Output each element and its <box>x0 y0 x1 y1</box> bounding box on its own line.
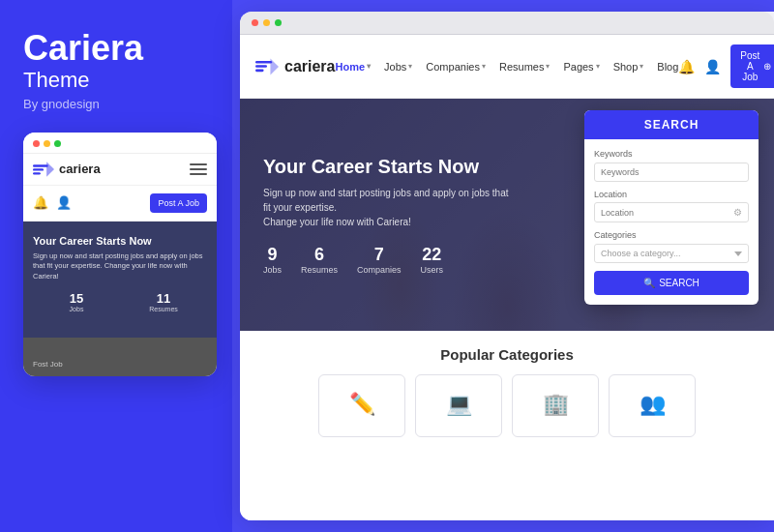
svg-marker-3 <box>46 162 54 177</box>
mobile-stat-resumes-num: 11 <box>120 291 207 306</box>
svg-rect-5 <box>255 65 267 68</box>
browser-chrome <box>240 12 774 35</box>
hero-section: Your Career Starts Now Sign up now and s… <box>240 99 774 331</box>
brand-title: Cariera <box>23 29 209 68</box>
nav-item-shop[interactable]: Shop ▾ <box>613 61 644 73</box>
location-label: Location <box>594 190 749 199</box>
hero-desc: Sign up now and start posting jobs and a… <box>263 186 515 229</box>
search-panel: SEARCH Keywords Location ⚙ Categ <box>584 110 759 305</box>
site-logo: cariera <box>255 58 336 75</box>
mobile-post-job-button[interactable]: Post A Job <box>150 193 207 213</box>
mobile-logo-text: cariera <box>59 162 101 176</box>
site-logo-text: cariera <box>284 58 336 75</box>
categories-label: Categories <box>594 230 749 240</box>
left-panel: Cariera Theme By gnodesign cariera <box>0 0 232 532</box>
svg-rect-4 <box>255 61 272 64</box>
hero-stat-companies-label: Companies <box>357 265 402 275</box>
location-icon: ⚙ <box>733 207 742 218</box>
category-card-1[interactable]: 💻 <box>415 374 502 437</box>
browser-dot-red <box>252 19 258 26</box>
hero-stat-companies-num: 7 <box>357 245 402 265</box>
mobile-icons: 🔔 👤 <box>33 195 72 210</box>
hero-stat-users: 22 Users <box>421 245 444 275</box>
nav-item-pages[interactable]: Pages ▾ <box>563 61 599 73</box>
mobile-stat-resumes: 11 Resumes <box>120 291 207 312</box>
mobile-logo: cariera <box>33 162 101 177</box>
mobile-stat-jobs-num: 15 <box>33 291 120 306</box>
hero-stat-jobs-num: 9 <box>263 245 282 265</box>
post-job-icon: ⊕ <box>763 61 771 72</box>
mobile-stat-jobs: 15 Jobs <box>33 291 120 312</box>
category-card-2[interactable]: 🏢 <box>512 374 599 437</box>
browser-dot-green <box>275 19 282 26</box>
search-panel-body: Keywords Location ⚙ Categories Choose <box>584 139 759 305</box>
mobile-logo-icon <box>33 162 54 177</box>
nav-item-jobs[interactable]: Jobs ▾ <box>384 61 412 73</box>
site-logo-icon <box>255 58 279 75</box>
user-icon[interactable]: 👤 <box>56 195 72 210</box>
browser-window: cariera Home ▾ Jobs ▾ Companies ▾ Resume… <box>240 12 774 520</box>
search-panel-header: SEARCH <box>584 110 759 139</box>
site-nav-links: Home ▾ Jobs ▾ Companies ▾ Resumes ▾ Page… <box>336 61 679 73</box>
keywords-input[interactable] <box>594 163 749 182</box>
home-chevron: ▾ <box>367 62 371 71</box>
nav-item-home[interactable]: Home ▾ <box>336 61 372 73</box>
mobile-hero-content: Your Career Starts Now Sign up now and s… <box>33 235 207 313</box>
mobile-preview-card: cariera 🔔 👤 Post A Job Your Career Start… <box>23 133 217 376</box>
svg-rect-6 <box>255 69 264 72</box>
resumes-chevron: ▾ <box>546 62 550 71</box>
brand-by: By gnodesign <box>23 97 209 111</box>
dot-yellow <box>44 140 50 147</box>
nav-item-resumes[interactable]: Resumes ▾ <box>499 61 550 73</box>
mobile-nav: cariera <box>23 154 217 186</box>
category-card-0[interactable]: ✏️ <box>318 374 405 437</box>
hero-title: Your Career Starts Now <box>263 156 515 178</box>
category-card-3[interactable]: 👥 <box>609 374 696 437</box>
nav-bell-icon[interactable]: 🔔 <box>678 59 695 74</box>
mobile-stat-resumes-label: Resumes <box>120 306 207 312</box>
keywords-label: Keywords <box>594 149 749 159</box>
mobile-top-bar <box>23 133 217 154</box>
jobs-chevron: ▾ <box>408 62 412 71</box>
hamburger-icon[interactable] <box>190 163 207 175</box>
categories-select[interactable]: Choose a category... <box>594 244 749 263</box>
category-icon-2: 🏢 <box>543 392 569 417</box>
dot-red <box>33 140 40 147</box>
hero-stat-users-label: Users <box>421 265 444 275</box>
post-job-button[interactable]: Post A Job ⊕ <box>730 44 774 88</box>
location-input[interactable] <box>601 208 733 218</box>
location-field-group: Location ⚙ <box>594 190 749 222</box>
brand-subtitle: Theme <box>23 68 209 93</box>
shop-chevron: ▾ <box>640 62 643 71</box>
hero-stat-jobs: 9 Jobs <box>263 245 282 275</box>
svg-rect-1 <box>33 168 44 170</box>
nav-user-icon[interactable]: 👤 <box>704 59 721 74</box>
hero-content: Your Career Starts Now Sign up now and s… <box>240 99 534 331</box>
svg-rect-0 <box>33 164 48 166</box>
mobile-stat-jobs-label: Jobs <box>33 306 120 312</box>
location-input-wrap: ⚙ <box>594 202 749 222</box>
hero-stat-resumes-num: 6 <box>301 245 338 265</box>
bell-icon[interactable]: 🔔 <box>33 195 48 210</box>
categories-title: Popular Categories <box>255 346 759 363</box>
hero-stat-resumes: 6 Resumes <box>301 245 338 275</box>
hero-stat-companies: 7 Companies <box>357 245 402 275</box>
dot-green <box>54 140 61 147</box>
hero-stats: 9 Jobs 6 Resumes 7 Companies 22 Users <box>263 245 515 275</box>
pages-chevron: ▾ <box>596 62 600 71</box>
svg-marker-7 <box>270 58 279 74</box>
category-icon-1: 💻 <box>446 392 472 417</box>
hero-stat-users-num: 22 <box>421 245 444 265</box>
mobile-bottom-bg: Fost Job <box>23 338 217 376</box>
nav-item-blog[interactable]: Blog <box>657 61 678 73</box>
category-cards: ✏️ 💻 🏢 👥 <box>255 374 759 437</box>
mobile-hero: Your Career Starts Now Sign up now and s… <box>23 222 217 338</box>
categories-section: Popular Categories ✏️ 💻 🏢 👥 <box>240 331 774 447</box>
category-icon-0: ✏️ <box>349 392 375 417</box>
browser-dot-yellow <box>263 19 270 26</box>
nav-item-companies[interactable]: Companies ▾ <box>426 61 486 73</box>
site-nav: cariera Home ▾ Jobs ▾ Companies ▾ Resume… <box>240 35 774 99</box>
site-nav-right: 🔔 👤 Post A Job ⊕ <box>678 44 774 88</box>
mobile-hero-desc: Sign up now and start posting jobs and a… <box>33 251 207 282</box>
search-button[interactable]: 🔍 SEARCH <box>594 271 749 295</box>
